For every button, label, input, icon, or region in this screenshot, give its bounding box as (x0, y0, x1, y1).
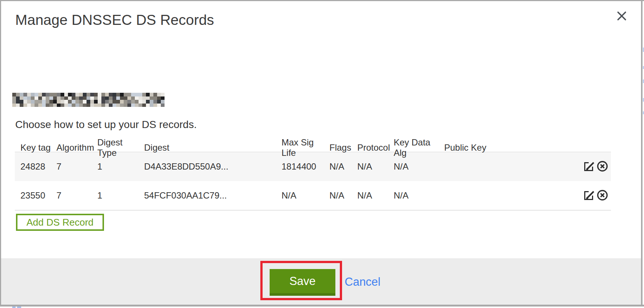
cell-max-sig-life: 1814400 (282, 161, 329, 172)
column-header-key-tag: Key tag (15, 142, 56, 153)
cell-max-sig-life: N/A (282, 190, 329, 201)
cancel-link[interactable]: Cancel (345, 275, 381, 289)
cell-key-data-alg: N/A (394, 190, 444, 201)
edit-record-button[interactable] (582, 160, 596, 173)
cell-flags: N/A (329, 161, 357, 172)
row-actions (576, 160, 611, 173)
modal-border-bottom (0, 305, 644, 307)
column-header-key-data-alg: Key Data Alg (394, 137, 444, 158)
cell-digest: 54FCF030AA1C79... (144, 190, 282, 201)
delete-record-button[interactable] (596, 160, 609, 173)
column-header-flags: Flags (329, 142, 357, 153)
modal-border-right (641, 0, 643, 307)
cell-protocol: N/A (357, 161, 394, 172)
table-header-row: Key tagAlgorithmDigest TypeDigestMax Sig… (15, 137, 611, 152)
delete-record-button[interactable] (596, 189, 609, 202)
column-header-max-sig-life: Max Sig Life (282, 137, 329, 158)
cell-digest: D4A33E8DD550A9... (144, 161, 282, 172)
cell-flags: N/A (329, 190, 357, 201)
cell-key-tag: 24828 (15, 161, 56, 172)
cell-protocol: N/A (357, 190, 394, 201)
background-fragment (12, 307, 16, 308)
cell-digest-type: 1 (97, 190, 144, 201)
table-row: 235507154FCF030AA1C79...N/AN/AN/AN/A (15, 181, 611, 210)
cell-algorithm: 7 (56, 161, 97, 172)
dnssec-modal: Manage DNSSEC DS Records Choose how to s… (0, 0, 644, 308)
cell-algorithm: 7 (56, 190, 97, 201)
delete-icon (596, 189, 609, 203)
ds-records-table: Key tagAlgorithmDigest TypeDigestMax Sig… (15, 137, 611, 210)
modal-border-top (0, 0, 644, 1)
save-button[interactable]: Save (270, 269, 335, 296)
column-header-digest-type: Digest Type (97, 137, 144, 158)
column-header-public-key: Public Key (444, 142, 576, 153)
cell-digest-type: 1 (97, 161, 144, 172)
edit-icon (582, 189, 596, 203)
add-ds-record-button[interactable]: Add DS Record (16, 214, 104, 231)
edit-icon (582, 160, 596, 174)
instruction-text: Choose how to set up your DS records. (15, 119, 197, 131)
row-actions (576, 189, 611, 202)
page-title: Manage DNSSEC DS Records (15, 12, 214, 28)
column-header-digest: Digest (144, 142, 282, 153)
column-header-protocol: Protocol (357, 142, 394, 153)
close-button[interactable] (615, 10, 628, 23)
background-fragment (17, 307, 21, 308)
table-body: 2482871D4A33E8DD550A9...1814400N/AN/AN/A… (15, 152, 611, 210)
cell-key-data-alg: N/A (394, 161, 444, 172)
column-header-algorithm: Algorithm (56, 142, 97, 153)
close-icon (617, 11, 627, 22)
redacted-domain-name (12, 93, 165, 107)
edit-record-button[interactable] (582, 189, 596, 202)
cell-key-tag: 23550 (15, 190, 56, 201)
delete-icon (596, 160, 609, 174)
